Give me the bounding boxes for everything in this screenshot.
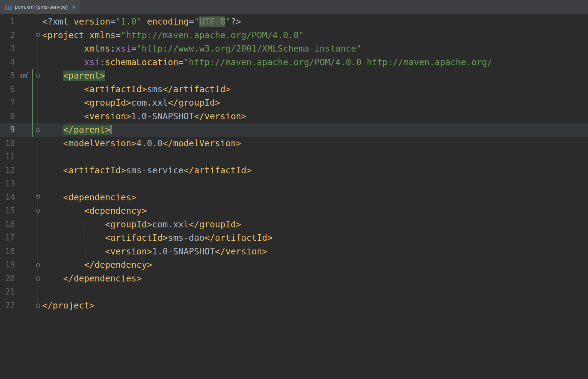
fold-collapse-icon[interactable] xyxy=(35,194,41,200)
code-line[interactable]: 13 xyxy=(0,177,588,191)
code-token: : xyxy=(100,57,105,67)
line-number[interactable]: 7 xyxy=(0,96,17,110)
gutter-run-area xyxy=(17,164,31,177)
fold-collapse-icon[interactable] xyxy=(35,73,41,79)
vcs-change-marker[interactable] xyxy=(31,83,34,96)
vcs-gutter xyxy=(31,231,34,245)
fold-collapse-end-icon[interactable] xyxy=(35,275,41,281)
code-line[interactable]: 7 <groupId>com.xxl</groupId> xyxy=(0,96,588,110)
fold-collapse-icon[interactable] xyxy=(35,208,41,214)
code-token xyxy=(42,125,63,135)
line-number[interactable]: 5 xyxy=(0,69,17,83)
fold-gutter xyxy=(34,285,42,299)
code-token: <groupId> xyxy=(105,219,152,230)
code-token: = xyxy=(110,16,115,27)
line-number[interactable]: 16 xyxy=(0,218,17,231)
fold-gutter xyxy=(34,299,42,313)
code-line[interactable]: 19 </dependency> xyxy=(0,258,588,272)
fold-collapse-end-icon[interactable] xyxy=(35,127,41,133)
line-number[interactable]: 11 xyxy=(0,150,17,164)
code-line[interactable]: 21 xyxy=(0,285,588,299)
line-number[interactable]: 15 xyxy=(0,204,17,218)
code-line[interactable]: 17 <artifactId>sms-dao</artifactId> xyxy=(0,231,588,245)
gutter-run-area xyxy=(17,42,31,56)
vcs-change-marker[interactable] xyxy=(31,110,34,123)
code-line[interactable]: 9 </parent> xyxy=(0,123,588,137)
code-token: <project xyxy=(42,30,84,40)
code-token xyxy=(84,233,105,243)
line-number[interactable]: 20 xyxy=(0,272,17,285)
code-token: xmlns xyxy=(84,43,110,54)
vcs-change-marker[interactable] xyxy=(31,123,34,137)
line-number[interactable]: 1 xyxy=(0,15,17,29)
maven-arrow-icon: ↑ xyxy=(26,70,29,76)
fold-gutter xyxy=(34,96,42,110)
code-line[interactable]: 12 <artifactId>sms-service</artifactId> xyxy=(0,164,588,177)
code-text: </dependency> xyxy=(42,258,588,272)
editor-area[interactable]: 1<?xml version="1.0" encoding="UTF-8"?>2… xyxy=(0,14,588,312)
fold-gutter xyxy=(34,258,42,272)
code-line[interactable]: 5m↑ <parent> xyxy=(0,69,588,83)
line-number[interactable]: 3 xyxy=(0,42,17,56)
code-line[interactable]: 8 <version>1.0-SNAPSHOT</version> xyxy=(0,110,588,123)
code-token xyxy=(63,84,84,94)
gutter-run-area xyxy=(17,96,31,110)
fold-gutter xyxy=(34,137,42,150)
vcs-change-marker[interactable] xyxy=(31,69,34,83)
line-number[interactable]: 12 xyxy=(0,164,17,177)
editor-tab-pom[interactable]: m pom.xml (sms-service) × xyxy=(0,0,80,14)
line-number[interactable]: 17 xyxy=(0,231,17,245)
code-line[interactable]: 10 <modelVersion>4.0.0</modelVersion> xyxy=(0,137,588,150)
vcs-gutter xyxy=(31,15,34,29)
gutter-run-area xyxy=(17,150,31,164)
code-lines: 1<?xml version="1.0" encoding="UTF-8"?>2… xyxy=(0,15,588,312)
code-token xyxy=(42,260,63,270)
code-line[interactable]: 1<?xml version="1.0" encoding="UTF-8"?> xyxy=(0,15,588,29)
vcs-change-marker[interactable] xyxy=(31,96,34,110)
code-line[interactable]: 11 xyxy=(0,150,588,164)
code-text: </project> xyxy=(42,299,588,313)
line-number[interactable]: 6 xyxy=(0,83,17,96)
code-token: encoding xyxy=(147,16,189,27)
line-number[interactable]: 18 xyxy=(0,245,17,258)
gutter-run-area xyxy=(17,56,31,69)
code-line[interactable]: 16 <groupId>com.xxl</groupId> xyxy=(0,218,588,231)
line-number[interactable]: 14 xyxy=(0,191,17,204)
line-number[interactable]: 21 xyxy=(0,285,17,299)
code-line[interactable]: 14 <dependencies> xyxy=(0,191,588,204)
code-text: </parent> xyxy=(42,123,588,137)
gutter-run-area: m↑ xyxy=(17,69,31,83)
code-token: </dependency> xyxy=(84,260,152,270)
fold-gutter xyxy=(34,164,42,177)
line-number[interactable]: 2 xyxy=(0,29,17,42)
code-line[interactable]: 18 <version>1.0-SNAPSHOT</version> xyxy=(0,245,588,258)
code-token: </dependencies> xyxy=(63,273,142,284)
code-line[interactable]: 20 </dependencies> xyxy=(0,272,588,285)
tab-close-icon[interactable]: × xyxy=(72,4,75,10)
fold-gutter xyxy=(34,123,42,137)
fold-gutter xyxy=(34,15,42,29)
gutter-run-area xyxy=(17,258,31,272)
line-number[interactable]: 4 xyxy=(0,56,17,69)
fold-collapse-end-icon[interactable] xyxy=(35,302,41,308)
code-text: </dependencies> xyxy=(42,272,588,285)
line-number[interactable]: 9 xyxy=(0,123,17,137)
code-line[interactable]: 22</project> xyxy=(0,299,588,313)
code-token: xsi xyxy=(84,57,100,67)
line-number[interactable]: 10 xyxy=(0,137,17,150)
code-text: <parent> xyxy=(42,69,588,83)
fold-gutter xyxy=(34,204,42,218)
line-number[interactable]: 8 xyxy=(0,110,17,123)
fold-collapse-end-icon[interactable] xyxy=(35,262,41,268)
line-number[interactable]: 22 xyxy=(0,299,17,313)
line-number[interactable]: 19 xyxy=(0,258,17,272)
fold-collapse-icon[interactable] xyxy=(35,32,41,38)
code-line[interactable]: 4 xsi:schemaLocation="http://maven.apach… xyxy=(0,56,588,69)
code-text: <?xml version="1.0" encoding="UTF-8"?> xyxy=(42,15,588,29)
code-line[interactable]: 15 <dependency> xyxy=(0,204,588,218)
line-number[interactable]: 13 xyxy=(0,177,17,191)
code-line[interactable]: 3 xmlns:xsi="http://www.w3.org/2001/XMLS… xyxy=(0,42,588,56)
code-line[interactable]: 2<project xmlns="http://maven.apache.org… xyxy=(0,29,588,42)
code-line[interactable]: 6 <artifactId>sms</artifactId> xyxy=(0,83,588,96)
maven-module-icon[interactable]: m↑ xyxy=(19,72,29,80)
